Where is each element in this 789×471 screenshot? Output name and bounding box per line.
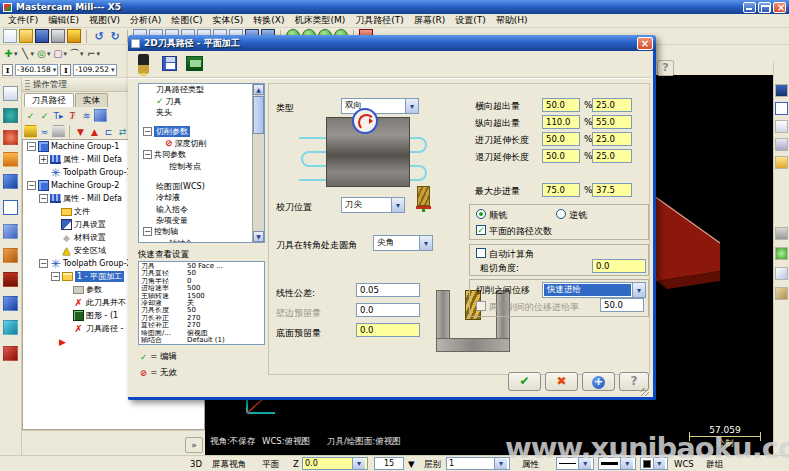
expand-icon[interactable] — [39, 155, 48, 164]
dialog-close-button[interactable] — [637, 37, 653, 50]
pass-count-checkbox[interactable] — [476, 225, 486, 235]
note-icon[interactable] — [775, 287, 788, 300]
solid-slab-icon[interactable] — [3, 272, 18, 287]
y-coordinate-field[interactable]: -109.252▾ — [73, 64, 116, 76]
verify-icon[interactable]: T̷ — [66, 109, 79, 122]
toggle-toolpath-display-icon[interactable]: ≈ — [38, 125, 51, 138]
solid-shell-icon[interactable] — [3, 224, 18, 239]
dialog-titlebar[interactable]: 2D刀具路径 - 平面加工 — [128, 35, 656, 51]
regen-all-selected-icon[interactable]: ✓ — [38, 109, 51, 122]
exit-mm-field[interactable]: 25.0 — [592, 149, 632, 163]
chevron-down-icon[interactable] — [632, 283, 645, 297]
tab-toolpaths[interactable]: 刀具路径 — [24, 93, 74, 107]
post-selected-icon[interactable]: ≋ — [80, 109, 93, 122]
collapse-icon[interactable] — [39, 194, 48, 203]
auto-angle-checkbox[interactable] — [476, 248, 486, 258]
chevron-down-icon[interactable] — [352, 458, 365, 469]
move-down-icon[interactable]: ▼ — [74, 125, 87, 138]
ok-button[interactable] — [508, 372, 541, 391]
collapse-icon[interactable] — [143, 150, 152, 159]
tree-page[interactable]: 刀具路径类型 — [139, 84, 264, 95]
linear-tolerance-field[interactable]: 0.05 — [356, 283, 420, 297]
tree-page[interactable]: 共同参数 — [139, 149, 264, 160]
machine-simulation-icon[interactable] — [186, 56, 203, 71]
analyze-icon[interactable] — [775, 227, 788, 240]
clipboard-icon[interactable] — [775, 138, 788, 151]
along-overlap-field[interactable]: 110.0 — [542, 115, 580, 129]
resize-grip-icon[interactable] — [641, 388, 649, 396]
collapse-icon[interactable] — [51, 272, 60, 281]
panel-collapse-button[interactable] — [185, 437, 203, 453]
menu-view[interactable]: 视图(V) — [84, 14, 125, 27]
select-all-operations-icon[interactable]: ✓ — [24, 109, 37, 122]
max-stepover-mm-field[interactable]: 37.5 — [592, 183, 632, 197]
screen-fit-icon[interactable] — [775, 102, 788, 115]
tree-page[interactable]: 控制考点 — [139, 160, 264, 171]
tree-page[interactable]: 轴结合 — [139, 238, 264, 243]
move-feed-checkbox[interactable] — [476, 301, 486, 311]
maximize-button[interactable] — [758, 2, 771, 13]
tree-page[interactable]: 刀具 — [139, 95, 264, 106]
menu-analyze[interactable]: 分析(A) — [125, 14, 166, 27]
menu-file[interactable]: 文件(F) — [3, 14, 43, 27]
corner-rounding-dropdown[interactable]: 尖角 — [373, 235, 433, 251]
screen-view-button[interactable]: 屏幕视角 — [212, 459, 246, 471]
along-overlap-mm-field[interactable]: 55.0 — [592, 115, 632, 129]
menu-create[interactable]: 绘图(C) — [166, 14, 207, 27]
tree-page[interactable]: 深度切削 — [139, 138, 264, 149]
tool-display-icon[interactable] — [138, 54, 149, 74]
tree-page[interactable]: 绘图面(WCS) — [139, 181, 264, 192]
spline-icon[interactable] — [3, 108, 18, 123]
tree-page[interactable]: 冷却液 — [139, 192, 264, 203]
save-icon[interactable] — [35, 29, 49, 43]
climb-radio[interactable] — [476, 209, 486, 219]
move-between-dropdown[interactable]: 快速进给 — [542, 282, 646, 298]
solid-chamfer-icon[interactable] — [3, 248, 18, 263]
menu-solids[interactable]: 实体(S) — [208, 14, 249, 27]
screen-blank-icon[interactable] — [775, 84, 788, 97]
sketch-icon[interactable] — [3, 86, 18, 101]
cancel-button[interactable] — [545, 372, 578, 391]
quick-select-icon[interactable] — [67, 29, 81, 43]
open-folder-icon[interactable] — [775, 156, 788, 169]
tree-page[interactable]: 控制轴 — [139, 226, 264, 237]
max-stepover-field[interactable]: 75.0 — [542, 183, 580, 197]
add-geometry-icon[interactable] — [775, 247, 788, 260]
tree-page-selected[interactable]: 切削参数 — [139, 126, 264, 137]
plane-button[interactable]: 平面 — [262, 459, 279, 471]
lock-icon[interactable] — [24, 125, 37, 138]
collapse-icon[interactable] — [143, 227, 152, 236]
tab-solids[interactable]: 实体 — [75, 93, 108, 107]
menu-help[interactable]: 帮助(H) — [491, 14, 533, 27]
x-axis-icon[interactable]: I — [2, 64, 13, 76]
chevron-down-icon[interactable] — [391, 198, 404, 212]
redo-icon[interactable]: ↻ — [108, 29, 122, 43]
tip-comp-dropdown[interactable]: 刀尖 — [341, 197, 405, 213]
rough-angle-field[interactable]: 0.0 — [592, 259, 646, 273]
menu-xform[interactable]: 转换(X) — [248, 14, 289, 27]
menu-toolpaths[interactable]: 刀具路径(T) — [350, 14, 409, 27]
across-overlap-mm-field[interactable]: 25.0 — [592, 98, 632, 112]
backplot-icon[interactable]: T▸ — [52, 109, 65, 122]
wall-stock-field[interactable]: 0.0 — [356, 303, 420, 317]
snap-field[interactable]: 15 — [374, 457, 404, 470]
collapse-icon[interactable] — [27, 181, 36, 190]
menu-settings[interactable]: 设置(T) — [450, 14, 491, 27]
help-tab-button[interactable]: ? — [657, 60, 674, 76]
conventional-radio[interactable] — [556, 209, 566, 219]
snap-dropdown-icon[interactable]: ▼ — [408, 459, 415, 469]
across-overlap-field[interactable]: 50.0 — [542, 98, 580, 112]
exit-field[interactable]: 50.0 — [542, 149, 580, 163]
x-coordinate-field[interactable]: -360.158▾ — [15, 64, 58, 76]
scroll-up-icon[interactable]: ▲ — [253, 84, 264, 95]
print-icon[interactable] — [51, 29, 65, 43]
menu-machine-type[interactable]: 机床类型(M) — [290, 14, 351, 27]
solid-history-icon[interactable] — [3, 346, 18, 361]
tree-page[interactable]: 夹头 — [139, 107, 264, 118]
open-file-icon[interactable] — [19, 29, 33, 43]
solid-extrude-icon[interactable] — [3, 174, 18, 189]
measure-icon[interactable] — [775, 267, 788, 280]
arrow-tool-icon[interactable] — [3, 152, 18, 167]
new-file-icon[interactable] — [3, 29, 17, 43]
solid-trim-icon[interactable] — [3, 200, 18, 215]
